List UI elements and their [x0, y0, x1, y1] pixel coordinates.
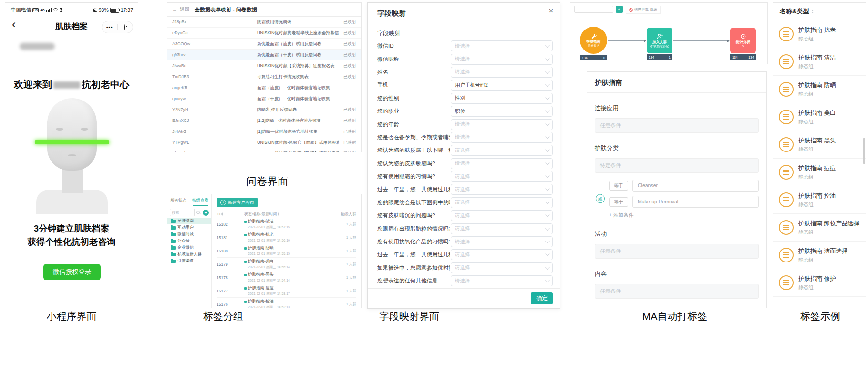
table-row[interactable]: J18pBx 眼霜使用情况调研 已映射: [167, 17, 361, 28]
table-row[interactable]: eDyuCu UNISKIN优时颜抗老精华线上座谈会招募信息收集表 已映射: [167, 28, 361, 39]
field-select[interactable]: 请选择: [451, 171, 553, 182]
field-select[interactable]: 请选择: [451, 158, 553, 169]
content-input[interactable]: 任意条件: [595, 284, 759, 299]
sort-icon[interactable]: [812, 10, 814, 13]
tag-name[interactable]: 护肤指南-痘痘: [248, 285, 274, 291]
table-row[interactable]: EJmXGJ [1,2]防晒—优时颜体验官地址收集 已映射: [167, 115, 361, 126]
field-select[interactable]: 请选择: [451, 40, 553, 51]
tag-name[interactable]: 护肤指南-控油: [248, 299, 274, 304]
activity-input[interactable]: 任意条件: [595, 244, 759, 259]
flow-name-input[interactable]: [574, 6, 613, 13]
folder-item[interactable]: 互动用户: [167, 224, 211, 231]
stats-node[interactable]: 统计分析 ✎: [730, 28, 756, 53]
trigger-node[interactable]: 护肤指南 问卷数据: [580, 27, 607, 54]
list-item[interactable]: 护肤指南 黑头 静态组: [773, 131, 866, 159]
add-group-icon[interactable]: [203, 210, 209, 216]
table-row[interactable]: 15178 护肤指南-黑头 2021-12-01 星期三 14:54:14 1 …: [217, 271, 356, 284]
operator-chip[interactable]: 等于: [609, 197, 628, 207]
name-type-column[interactable]: 名称&类型: [780, 7, 809, 16]
wechat-capsule[interactable]: •••: [102, 21, 133, 33]
list-item[interactable]: 护肤指南 卸妆产品选择 静态组: [773, 214, 866, 242]
add-audience-node[interactable]: 加入人群 (护肤指南预备): [647, 28, 672, 53]
table-row[interactable]: qnuiyw 面霜（干皮）—优时颜体验官地址收集: [167, 93, 361, 104]
folder-item[interactable]: 引流渠道: [167, 258, 211, 264]
field-select[interactable]: 请选择: [451, 67, 553, 78]
field-select[interactable]: 请选择: [451, 145, 553, 156]
field-select[interactable]: 请选择: [451, 249, 553, 260]
field-select[interactable]: 请选择: [451, 223, 553, 234]
folder-item[interactable]: 企业微信: [167, 244, 211, 251]
table-row[interactable]: 15182 护肤指南-清洁 2021-12-01 星期三 14:57:15 1 …: [217, 218, 356, 231]
check-icon[interactable]: ✓: [616, 6, 623, 13]
table-row[interactable]: Fb4wdE UNISKIN优时颜-体验官【防晒】招募信息表 已映射: [167, 148, 361, 152]
table-row[interactable]: 15177 护肤指南-痘痘 2021-12-01 星期三 14:53:17 1 …: [217, 284, 356, 298]
list-item[interactable]: 护肤指南 洁面选择 静态组: [773, 242, 866, 269]
field-select[interactable]: 用户手机号码2: [451, 80, 553, 91]
field-select[interactable]: 请选择: [451, 184, 553, 195]
table-row[interactable]: g93hrv 新优能面霜（干皮）试用反馈问卷 已映射: [167, 50, 361, 60]
field-select[interactable]: 性别: [451, 93, 553, 104]
table-row[interactable]: 15176 护肤指南-控油 2021-12-01 星期三 14:52:13 1 …: [217, 298, 356, 308]
field-select[interactable]: 请选择: [451, 197, 553, 208]
folder-item[interactable]: 私域拉新人群: [167, 251, 211, 258]
folder-item[interactable]: 公众号: [167, 238, 211, 244]
table-row[interactable]: 15181 护肤指南-抗老 2021-12-01 星期三 14:56:10 1 …: [217, 231, 356, 244]
sort-icon[interactable]: [221, 212, 223, 216]
flow-filter-chip[interactable]: 运营拦截·目标: [626, 6, 661, 14]
condition-value-input[interactable]: Make-up Removal: [632, 196, 759, 208]
field-select[interactable]: 请选择: [451, 262, 553, 273]
table-row[interactable]: JAwiBd UNISKIN优时颜【采访招募】征集报名表 已映射: [167, 60, 361, 71]
list-item[interactable]: 护肤指南 防晒 静态组: [773, 76, 866, 103]
sidebar-tab[interactable]: 按组查看: [189, 194, 211, 206]
table-row[interactable]: Jr4AkG [1]防晒—优时颜体验官地址收集 已映射: [167, 126, 361, 137]
list-item[interactable]: 护肤指南 痘痘 静态组: [773, 159, 866, 186]
back-link[interactable]: 返回: [180, 6, 189, 13]
sort-icon[interactable]: [278, 212, 279, 216]
scrollbar-thumb[interactable]: [863, 138, 865, 164]
field-select[interactable]: 请选择: [451, 236, 553, 247]
folder-item[interactable]: 护肤指南: [167, 218, 211, 224]
list-item[interactable]: 护肤指南 控油 静态组: [773, 186, 866, 214]
field-select[interactable]: 请选择: [451, 119, 553, 130]
list-item[interactable]: 护肤指南 美白 静态组: [773, 103, 866, 131]
tag-name[interactable]: 护肤指南-防晒: [248, 245, 274, 251]
tag-name[interactable]: 护肤指南-黑头: [248, 272, 274, 278]
tag-name[interactable]: 护肤指南-抗老: [248, 232, 274, 238]
field-select[interactable]: 职位: [451, 106, 553, 117]
skincare-category-input[interactable]: 特定条件: [595, 158, 759, 173]
confirm-button[interactable]: 确定: [531, 292, 553, 304]
table-row[interactable]: TmDJR3 可复练习生打卡情况收集表 已映射: [167, 71, 361, 82]
table-row[interactable]: 15179 护肤指南-美白 2021-12-01 星期三 14:55:14 1 …: [217, 258, 356, 271]
list-item[interactable]: 护肤指南 抗老 静态组: [773, 20, 866, 48]
pencil-icon[interactable]: ✎: [742, 45, 744, 48]
table-row[interactable]: Y2N7yH 防晒乳,使用反馈问卷 已映射: [167, 104, 361, 115]
column-id[interactable]: ID: [217, 212, 220, 216]
list-item[interactable]: 护肤指南 修护 静态组: [773, 269, 866, 297]
add-condition-link[interactable]: + 添加条件: [609, 212, 759, 219]
close-icon[interactable]: ×: [549, 7, 553, 15]
wechat-login-button[interactable]: 微信授权登录: [43, 264, 101, 280]
back-arrow-icon[interactable]: ←: [172, 7, 177, 12]
list-item[interactable]: 护肤指南 清洁 静态组: [773, 48, 866, 76]
table-row[interactable]: YTPgWL UNISKIN优时颜-体验官【面霜】试用体验表 已映射: [167, 137, 361, 148]
more-icon[interactable]: •••: [102, 25, 117, 30]
new-canvas-button[interactable]: 新建客户画布: [217, 198, 258, 207]
table-row[interactable]: angeKR 面霜（油皮）—优时颜体验官地址收集: [167, 82, 361, 93]
table-row[interactable]: 15180 护肤指南-防晒 2021-12-01 星期三 14:55:15 1 …: [217, 244, 356, 258]
folder-item[interactable]: 微信商城: [167, 231, 211, 238]
search-input[interactable]: [170, 209, 195, 216]
condition-value-input[interactable]: Cleanser: [632, 180, 759, 192]
minimize-target-icon[interactable]: [118, 25, 133, 30]
or-badge[interactable]: 或: [596, 194, 605, 203]
field-select[interactable]: 请选择: [451, 54, 553, 65]
field-select[interactable]: 请选择: [451, 210, 553, 221]
field-select[interactable]: 请选择: [451, 132, 553, 143]
field-select[interactable]: 请选择: [451, 275, 553, 286]
tag-name[interactable]: 护肤指南-清洁: [248, 219, 274, 224]
column-name[interactable]: 状态/名称/最新时间: [244, 212, 277, 217]
tag-name[interactable]: 护肤指南-美白: [248, 259, 274, 264]
operator-chip[interactable]: 等于: [609, 181, 628, 191]
sidebar-tab[interactable]: 所有状态: [167, 194, 189, 206]
connect-app-input[interactable]: 任意条件: [595, 118, 759, 133]
table-row[interactable]: A3COQw 新优能面霜（油皮）试用反馈问卷 已映射: [167, 39, 361, 50]
